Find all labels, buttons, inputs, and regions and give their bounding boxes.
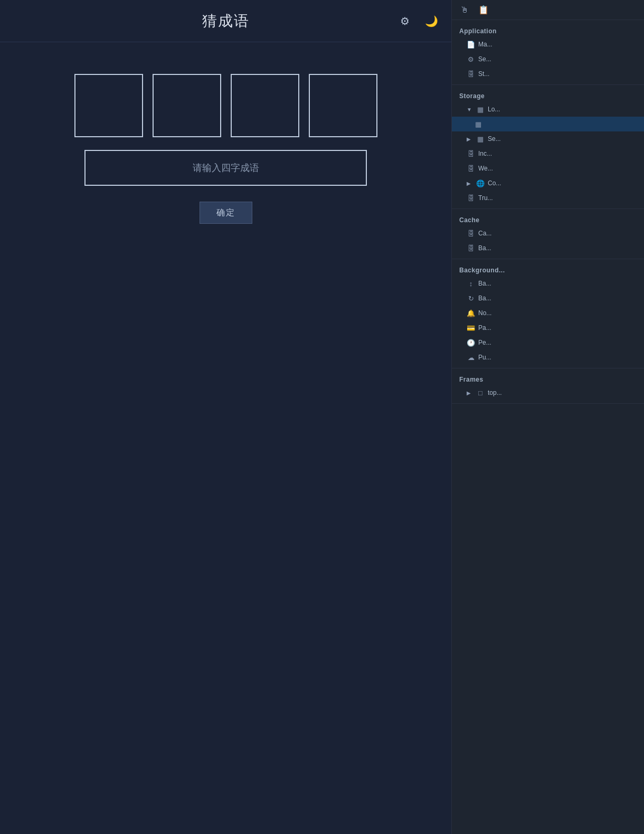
sidebar-item-periodic-background-sync[interactable]: 🕐 Pe... [452,335,644,350]
header-icons: ⚙ 🌙 [395,12,441,31]
sidebar-item-top-frame[interactable]: ▶ □ top... [452,385,644,400]
app-title: 猜成语 [202,11,250,31]
top-frame-expand-icon: ▶ [467,390,473,396]
storage-section: Storage ▼ ▦ Lo... ▦ ▶ ▦ Se... 🗄 Inc... 🗄… [452,85,644,209]
cache-section-title: Cache [452,212,644,226]
cursor-icon: 🖱 [460,5,469,15]
char-box-3 [231,74,299,137]
sidebar-item-trust-tokens[interactable]: 🗄 Tru... [452,191,644,205]
session-storage-icon: ▦ [476,135,485,143]
session-expand-icon: ▶ [467,136,473,142]
frames-section-title: Frames [452,372,644,385]
application-section: Application 📄 Ma... ⚙ Se... 🗄 St... [452,20,644,85]
expand-arrow-icon: ▼ [467,106,473,112]
sidebar-item-cookies[interactable]: ▶ 🌐 Co... [452,176,644,191]
devtools-topbar: 🖱 📋 [452,0,644,20]
confirm-button[interactable]: 确定 [200,202,252,224]
sidebar-item-local-storage-child[interactable]: ▦ [452,117,644,131]
websql-icon: 🗄 [467,164,475,173]
gear-icon: ⚙ [400,15,410,27]
sidebar-item-back-forward-cache[interactable]: 🗄 Ba... [452,241,644,255]
periodic-sync-icon: 🕐 [467,338,475,347]
notifications-icon: 🔔 [467,309,475,317]
frame-icon: □ [476,388,485,397]
cookies-icon: 🌐 [476,179,485,187]
background-section: Background... ↕ Ba... ↻ Ba... 🔔 No... 💳 … [452,259,644,368]
storage-section-title: Storage [452,88,644,102]
dark-mode-button[interactable]: 🌙 [422,12,441,31]
sidebar-item-storage-app[interactable]: 🗄 St... [452,67,644,81]
back-forward-cache-icon: 🗄 [467,244,475,252]
background-section-title: Background... [452,262,644,276]
guess-input[interactable] [84,150,367,186]
settings-button[interactable]: ⚙ [395,12,414,31]
document-icon: 📄 [467,40,475,49]
background-fetch-icon: ↕ [467,279,475,288]
payment-handler-icon: 💳 [467,324,475,332]
indexeddb-icon: 🗄 [467,149,475,158]
sidebar-item-service-workers[interactable]: ⚙ Se... [452,52,644,67]
storage-icon: 🗄 [467,70,475,78]
sidebar-item-cache-storage[interactable]: 🗄 Ca... [452,226,644,241]
sidebar-item-local-storage[interactable]: ▼ ▦ Lo... [452,102,644,117]
sidebar-item-websql[interactable]: 🗄 We... [452,161,644,176]
local-storage-icon: ▦ [476,105,485,113]
app-area: 猜成语 ⚙ 🌙 确定 [0,0,451,834]
character-boxes [74,74,377,137]
push-messaging-icon: ☁ [467,353,475,362]
background-sync-icon: ↻ [467,294,475,302]
cache-storage-icon: 🗄 [467,229,475,238]
clipboard-tool-button[interactable]: 📋 [476,3,491,17]
input-area [84,150,367,186]
local-storage-child-icon: ▦ [474,120,482,128]
app-header: 猜成语 ⚙ 🌙 [0,0,451,42]
sidebar-item-background-fetch[interactable]: ↕ Ba... [452,276,644,291]
devtools-sidebar: 🖱 📋 Application 📄 Ma... ⚙ Se... 🗄 St... … [451,0,644,834]
char-box-1 [74,74,143,137]
moon-icon: 🌙 [425,15,438,27]
char-box-2 [153,74,221,137]
sidebar-item-push-messaging[interactable]: ☁ Pu... [452,350,644,365]
char-box-4 [309,74,377,137]
sidebar-item-payment-handler[interactable]: 💳 Pa... [452,320,644,335]
cookies-expand-icon: ▶ [467,180,473,186]
cursor-tool-button[interactable]: 🖱 [457,3,472,17]
sidebar-item-notifications[interactable]: 🔔 No... [452,306,644,320]
sidebar-item-session-storage[interactable]: ▶ ▦ Se... [452,131,644,146]
sidebar-item-indexeddb[interactable]: 🗄 Inc... [452,146,644,161]
clipboard-icon: 📋 [478,5,489,15]
gear-small-icon: ⚙ [467,55,475,63]
trust-tokens-icon: 🗄 [467,194,475,202]
sidebar-item-manifest[interactable]: 📄 Ma... [452,37,644,52]
app-content: 确定 [0,42,451,834]
frames-section: Frames ▶ □ top... [452,368,644,404]
application-section-title: Application [452,23,644,37]
sidebar-item-background-sync[interactable]: ↻ Ba... [452,291,644,306]
cache-section: Cache 🗄 Ca... 🗄 Ba... [452,209,644,259]
